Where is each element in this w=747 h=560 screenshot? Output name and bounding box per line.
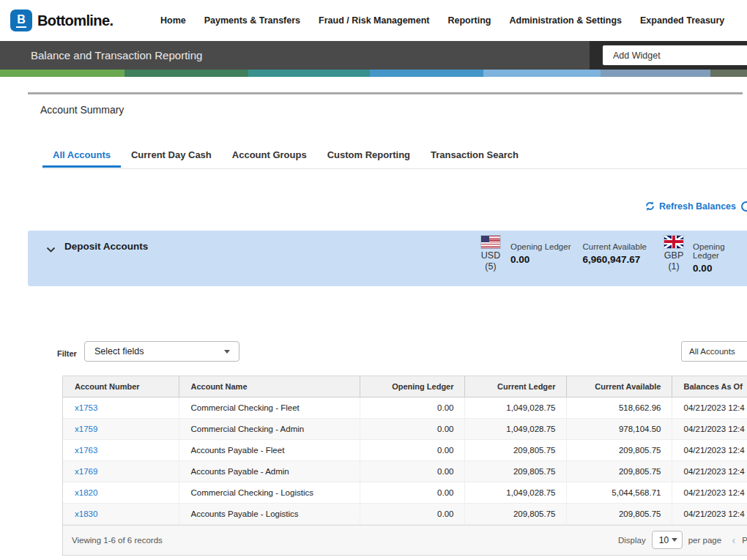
all-accounts-value: All Accounts: [689, 347, 735, 356]
per-page-value: 10: [659, 535, 669, 545]
stripe-segment: [601, 70, 710, 77]
account-number-link[interactable]: x1769: [75, 467, 97, 476]
account-number-link[interactable]: x1820: [75, 488, 97, 497]
cell-account-number: x1763: [63, 439, 179, 460]
cell-balances-as-of: 04/21/2023 12:4: [672, 482, 747, 503]
accounts-table: Account Number Account Name Opening Ledg…: [62, 376, 747, 556]
nav-item-admin-settings[interactable]: Administration & Settings: [510, 15, 622, 26]
page-label: Page: [742, 536, 747, 545]
current-available-summary: Current Available 6,960,947.67: [582, 236, 658, 272]
tab-current-day-cash[interactable]: Current Day Cash: [121, 145, 222, 168]
opening-ledger-label: Opening Ledger: [693, 242, 747, 260]
header-account-number[interactable]: Account Number: [63, 376, 179, 397]
opening-ledger-value: 0.00: [510, 254, 571, 265]
tab-custom-reporting[interactable]: Custom Reporting: [317, 145, 420, 168]
previous-page-icon[interactable]: ‹: [732, 534, 735, 546]
header-current-ledger[interactable]: Current Ledger: [464, 376, 566, 397]
header-account-name[interactable]: Account Name: [179, 376, 360, 397]
header-balances-as-of[interactable]: Balances As Of: [672, 376, 747, 397]
cell-current-ledger: 1,049,028.75: [464, 418, 566, 439]
cell-balances-as-of: 04/21/2023 12:4: [672, 439, 747, 460]
cell-account-name: Commercial Checking - Admin: [179, 418, 360, 439]
stripe-segment: [124, 70, 248, 77]
add-widget-dropdown[interactable]: Add Widget: [603, 45, 747, 65]
currency-flag-column: USD (5): [478, 236, 503, 272]
cell-account-number: x1769: [63, 460, 179, 482]
cell-current-available: 978,104.50: [566, 418, 672, 439]
us-flag-icon: [481, 236, 500, 248]
opening-ledger-value: 0.00: [693, 263, 747, 274]
cell-current-ledger: 209,805.75: [464, 439, 566, 460]
pagination-controls: Display 10 per page ‹ Page: [618, 526, 747, 555]
refresh-balances-button[interactable]: Refresh Balances: [644, 201, 736, 212]
brand-color-stripe: [0, 70, 747, 77]
opening-ledger-label: Opening Ledger: [510, 242, 571, 251]
cell-balances-as-of: 04/21/2023 12:4: [672, 418, 747, 439]
app-screen: B Bottomline. Home Payments & Transfers …: [0, 0, 747, 560]
stripe-segment: [370, 70, 483, 77]
tab-account-groups[interactable]: Account Groups: [222, 145, 317, 168]
brand-logo[interactable]: B Bottomline.: [10, 10, 113, 31]
account-number-link[interactable]: x1753: [75, 403, 97, 412]
nav-item-reporting[interactable]: Reporting: [447, 15, 491, 26]
nav-item-expanded-treasury[interactable]: Expanded Treasury: [640, 15, 724, 26]
cell-account-name: Accounts Payable - Admin: [179, 460, 360, 482]
table-row: x1759Commercial Checking - Admin0.001,04…: [63, 418, 747, 439]
cell-current-ledger: 1,049,028.75: [464, 482, 566, 503]
cell-opening-ledger: 0.00: [360, 439, 464, 460]
cell-current-available: 518,662.96: [566, 397, 672, 418]
cell-opening-ledger: 0.00: [360, 397, 464, 418]
cell-account-name: Commercial Checking - Fleet: [179, 397, 360, 418]
cell-balances-as-of: 04/21/2023 12:4: [672, 460, 747, 482]
clipped-action-icon[interactable]: [741, 201, 747, 212]
chevron-down-icon[interactable]: [46, 243, 56, 256]
tab-transaction-search[interactable]: Transaction Search: [420, 145, 529, 168]
cell-current-available: 5,044,568.71: [566, 482, 672, 503]
section-divider: [28, 92, 743, 94]
brand-name: Bottomline.: [37, 12, 113, 29]
header-current-available[interactable]: Current Available: [566, 376, 672, 397]
opening-ledger-summary: Opening Ledger 0.00: [693, 236, 747, 274]
cell-account-number: x1759: [63, 418, 179, 439]
page-heading: Account Summary: [40, 104, 124, 116]
currency-code: GBP: [664, 250, 683, 261]
nav-item-home[interactable]: Home: [160, 15, 186, 26]
display-label: Display: [618, 536, 646, 545]
cell-current-ledger: 209,805.75: [464, 503, 566, 524]
header-opening-ledger[interactable]: Opening Ledger: [360, 376, 464, 397]
cell-account-name: Accounts Payable - Logistics: [179, 503, 360, 524]
per-page-select[interactable]: 10: [652, 531, 683, 549]
nav-item-fraud-risk[interactable]: Fraud / Risk Management: [319, 15, 429, 26]
deposit-accounts-banner[interactable]: Deposit Accounts USD (5) Opening Ledger …: [28, 231, 747, 286]
cell-current-available: 209,805.75: [566, 439, 672, 460]
select-fields-value: Select fields: [94, 346, 224, 356]
cell-opening-ledger: 0.00: [360, 503, 464, 524]
title-bar: Balance and Transaction Reporting Add Wi…: [0, 41, 747, 70]
tab-bar-rule: [42, 168, 747, 169]
table-row: x1830Accounts Payable - Logistics0.00209…: [63, 503, 747, 524]
tab-all-accounts[interactable]: All Accounts: [42, 145, 121, 168]
all-accounts-dropdown[interactable]: All Accounts: [681, 341, 747, 362]
cell-account-number: x1830: [63, 503, 179, 524]
refresh-balances-label: Refresh Balances: [659, 201, 736, 212]
bottomline-logo-icon: B: [10, 10, 32, 31]
cell-opening-ledger: 0.00: [360, 418, 464, 439]
account-number-link[interactable]: x1830: [75, 509, 97, 518]
table-header-row: Account Number Account Name Opening Ledg…: [63, 376, 747, 397]
cell-account-name: Commercial Checking - Logistics: [179, 482, 360, 503]
cell-current-ledger: 1,049,028.75: [464, 397, 566, 418]
table-row: x1820Commercial Checking - Logistics0.00…: [63, 482, 747, 503]
currency-summary-usd: USD (5) Opening Ledger 0.00 Current Avai…: [478, 236, 658, 272]
select-fields-dropdown[interactable]: Select fields: [84, 341, 239, 362]
account-number-link[interactable]: x1763: [75, 446, 97, 455]
cell-opening-ledger: 0.00: [360, 482, 464, 503]
account-number-link[interactable]: x1759: [75, 425, 97, 433]
table-row: x1763Accounts Payable - Fleet0.00209,805…: [63, 439, 747, 460]
filter-label: Filter: [57, 349, 77, 358]
nav-item-payments-transfers[interactable]: Payments & Transfers: [204, 15, 300, 26]
records-count-text: Viewing 1-6 of 6 records: [72, 526, 163, 555]
chevron-down-icon: [224, 350, 230, 354]
stripe-segment: [248, 70, 370, 77]
cell-account-number: x1820: [63, 482, 179, 503]
cell-account-number: x1753: [63, 397, 179, 418]
